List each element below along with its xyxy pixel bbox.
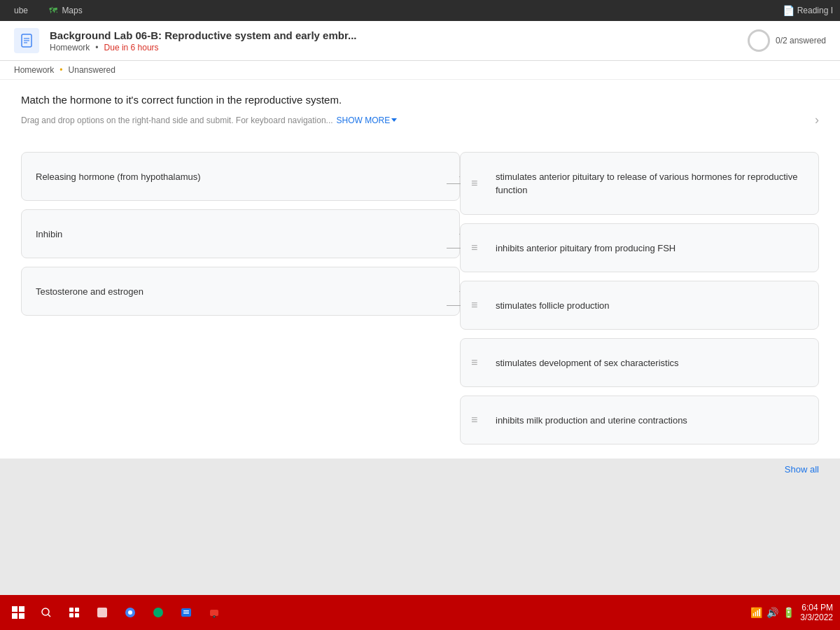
taskbar-app-2[interactable] <box>119 601 141 624</box>
right-item-2-text: inhibits anterior pituitary from produci… <box>496 243 676 253</box>
taskbar-app-3[interactable] <box>147 601 169 624</box>
assignment-info: Background Lab 06-B: Reproductive system… <box>50 29 737 52</box>
right-item-1[interactable]: ≡ stimulates anterior pituitary to relea… <box>460 152 819 215</box>
left-item-2-text: Inhibin <box>36 229 445 239</box>
tab-maps[interactable]: 🗺 Maps <box>42 3 90 18</box>
show-all-button[interactable]: Show all <box>785 464 819 475</box>
taskbar-right: 📶 🔊 🔋 6:04 PM 3/3/2022 <box>750 603 833 622</box>
right-connector-line-2 <box>447 248 461 248</box>
right-item-4[interactable]: ≡ stimulates development of sex characte… <box>460 338 819 387</box>
right-item-4-text: stimulates development of sex characteri… <box>496 358 679 368</box>
svg-point-19 <box>214 616 215 617</box>
tab-ube[interactable]: ube <box>7 3 35 18</box>
svg-rect-15 <box>183 610 189 612</box>
windows-start-button[interactable] <box>7 601 29 624</box>
svg-rect-8 <box>69 613 74 617</box>
progress-area: 0/2 answered <box>748 29 826 52</box>
taskbar: 📶 🔊 🔋 6:04 PM 3/3/2022 <box>0 595 840 630</box>
right-item-5[interactable]: ≡ inhibits milk production and uterine c… <box>460 396 819 444</box>
assignment-type: Homework <box>50 43 90 52</box>
show-more-button[interactable]: SHOW MORE <box>337 115 398 125</box>
progress-circle <box>748 29 770 52</box>
right-column: ≡ stimulates anterior pituitary to relea… <box>460 152 819 444</box>
right-item-5-text: inhibits milk production and uterine con… <box>496 415 687 426</box>
svg-rect-7 <box>75 608 79 612</box>
show-all-area: Show all <box>0 458 840 480</box>
volume-icon: 🔊 <box>766 607 778 618</box>
assignment-title: Background Lab 06-B: Reproductive system… <box>50 29 737 41</box>
drag-handle-4[interactable]: ≡ <box>471 357 477 368</box>
left-item-1-text: Releasing hormone (from hypothalamus) <box>36 172 445 182</box>
taskbar-search-button[interactable] <box>35 601 57 624</box>
chevron-down-icon <box>391 118 397 122</box>
right-connector-line-3 <box>447 305 461 306</box>
assignment-meta: Homework • Due in 6 hours <box>50 43 737 52</box>
svg-point-12 <box>128 610 132 615</box>
left-item-3-text: Testosterone and estrogen <box>36 286 445 297</box>
left-item-3[interactable]: Testosterone and estrogen <box>21 267 460 316</box>
progress-text: 0/2 answered <box>776 36 826 46</box>
taskbar-app-1[interactable] <box>91 601 113 624</box>
wifi-icon: 📶 <box>750 607 762 618</box>
svg-rect-16 <box>183 612 189 614</box>
clock: 6:04 PM 3/3/2022 <box>800 603 833 622</box>
taskbar-app-5[interactable] <box>203 601 225 624</box>
right-item-1-text: stimulates anterior pituitary to release… <box>496 170 804 197</box>
assignment-icon <box>14 28 39 53</box>
windows-logo-icon <box>12 606 24 619</box>
drag-drop-container: Releasing hormone (from hypothalamus) In… <box>0 145 840 458</box>
svg-rect-6 <box>69 608 74 612</box>
clock-date: 3/3/2022 <box>800 612 833 622</box>
sub-status: Unanswered <box>69 65 115 75</box>
question-text: Match the hormone to it's correct functi… <box>21 94 819 106</box>
battery-icon: 🔋 <box>783 607 794 618</box>
system-icons: 📶 🔊 🔋 <box>750 607 794 618</box>
right-item-2[interactable]: ≡ inhibits anterior pituitary from produ… <box>460 223 819 272</box>
right-connector-line-1 <box>447 183 461 184</box>
svg-rect-10 <box>97 608 107 617</box>
drag-handle-5[interactable]: ≡ <box>471 414 477 426</box>
instruction-text: Drag and drop options on the right-hand … <box>21 113 819 127</box>
svg-rect-17 <box>210 610 218 616</box>
drag-handle-1[interactable]: ≡ <box>471 178 477 189</box>
right-item-3-text: stimulates follicle production <box>496 300 610 311</box>
svg-rect-13 <box>153 608 163 617</box>
sub-header: Homework • Unanswered <box>0 61 840 80</box>
assignment-header: Background Lab 06-B: Reproductive system… <box>0 21 840 61</box>
due-label: Due in 6 hours <box>104 43 159 52</box>
clock-time: 6:04 PM <box>800 603 833 612</box>
taskbar-app-4[interactable] <box>175 601 197 624</box>
svg-point-4 <box>42 608 49 615</box>
svg-line-5 <box>48 615 50 617</box>
left-item-2[interactable]: Inhibin <box>21 209 460 258</box>
main-content: Background Lab 06-B: Reproductive system… <box>0 21 840 595</box>
drag-handle-3[interactable]: ≡ <box>471 300 477 311</box>
sub-type: Homework <box>14 65 54 75</box>
left-column: Releasing hormone (from hypothalamus) In… <box>21 152 460 444</box>
reading-indicator: 📄 Reading I <box>783 5 833 16</box>
drag-handle-2[interactable]: ≡ <box>471 242 477 253</box>
question-area: Match the hormone to it's correct functi… <box>0 80 840 145</box>
left-item-1[interactable]: Releasing hormone (from hypothalamus) <box>21 152 460 201</box>
taskbar-taskview-button[interactable] <box>63 601 85 624</box>
arrow-right-icon: › <box>815 113 819 127</box>
browser-bar: ube 🗺 Maps 📄 Reading I <box>0 0 840 21</box>
svg-rect-9 <box>75 613 79 617</box>
right-item-3[interactable]: ≡ stimulates follicle production <box>460 281 819 330</box>
